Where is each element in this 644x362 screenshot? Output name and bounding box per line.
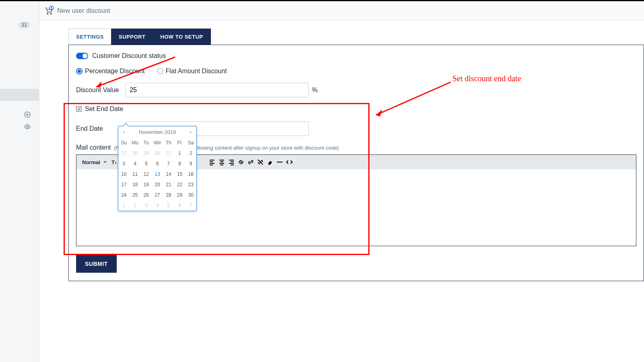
- eye-icon[interactable]: [24, 123, 31, 131]
- left-sidebar: 11: [0, 1, 39, 362]
- plus-circle-icon[interactable]: [24, 111, 31, 119]
- datepicker: ‹ November 2019 › SuMoTuWeThFrSa27282930…: [118, 126, 197, 211]
- cart-icon: [44, 6, 53, 15]
- datepicker-day[interactable]: 18: [130, 179, 141, 190]
- datepicker-day[interactable]: 3: [118, 158, 130, 169]
- svg-point-1: [27, 126, 28, 128]
- status-toggle[interactable]: [76, 53, 88, 59]
- datepicker-day[interactable]: 23: [185, 179, 196, 190]
- datepicker-day[interactable]: 20: [152, 179, 163, 190]
- datepicker-day[interactable]: 29: [174, 190, 186, 200]
- sidebar-badge: 11: [19, 21, 30, 29]
- discount-value-label: Discount Value: [76, 86, 125, 94]
- radio-percentage-label: Percentage Discount: [85, 68, 145, 75]
- datepicker-day[interactable]: 27: [152, 190, 163, 200]
- datepicker-day[interactable]: 15: [174, 169, 186, 179]
- settings-panel: Customer Discount status Percentage Disc…: [68, 45, 644, 281]
- datepicker-next[interactable]: ›: [188, 129, 193, 135]
- sidebar-item-active[interactable]: [0, 89, 39, 101]
- tab-support[interactable]: SUPPORT: [111, 29, 153, 45]
- datepicker-day[interactable]: 14: [163, 169, 174, 179]
- page-header: New user discount: [39, 1, 644, 21]
- svg-text:T: T: [115, 161, 117, 165]
- page-title: New user discount: [57, 7, 110, 14]
- datepicker-day[interactable]: 9: [185, 158, 196, 169]
- datepicker-day[interactable]: 28: [130, 148, 141, 158]
- datepicker-day[interactable]: 7: [163, 158, 174, 169]
- datepicker-day[interactable]: 30: [185, 190, 196, 200]
- datepicker-day[interactable]: 4: [152, 200, 163, 211]
- datepicker-prev[interactable]: ‹: [122, 129, 127, 135]
- datepicker-day[interactable]: 25: [130, 190, 141, 200]
- align-left-icon[interactable]: [208, 158, 216, 166]
- svg-point-2: [47, 13, 48, 14]
- datepicker-dow: Fr: [174, 138, 186, 148]
- datepicker-day[interactable]: 5: [140, 158, 152, 169]
- link-icon[interactable]: [247, 158, 255, 166]
- datepicker-day[interactable]: 21: [163, 179, 174, 190]
- submit-button[interactable]: SUBMIT: [76, 255, 117, 273]
- radio-percentage[interactable]: [76, 68, 83, 74]
- datepicker-day[interactable]: 26: [140, 190, 152, 200]
- datepicker-dow: Th: [163, 138, 174, 148]
- datepicker-dow: Sa: [185, 138, 196, 148]
- datepicker-day[interactable]: 2: [185, 148, 196, 158]
- datepicker-day[interactable]: 17: [118, 179, 130, 190]
- datepicker-day[interactable]: 7: [185, 200, 196, 211]
- datepicker-day[interactable]: 31: [163, 148, 174, 158]
- svg-rect-10: [238, 162, 244, 162]
- datepicker-day[interactable]: 28: [163, 190, 174, 200]
- unlink-icon[interactable]: [256, 158, 264, 166]
- datepicker-grid: SuMoTuWeThFrSa27282930311234567891011121…: [118, 138, 196, 211]
- datepicker-day[interactable]: 30: [152, 148, 163, 158]
- tabs: SETTINGS SUPPORT HOW TO SETUP: [68, 29, 644, 45]
- align-right-icon[interactable]: [227, 158, 235, 166]
- set-end-date-checkbox[interactable]: [76, 106, 82, 112]
- datepicker-day[interactable]: 24: [118, 190, 130, 200]
- horizontal-rule-icon[interactable]: [276, 158, 284, 166]
- main-panel: New user discount SETTINGS SUPPORT HOW T…: [39, 1, 644, 362]
- status-label: Customer Discount status: [92, 52, 166, 60]
- radio-flat[interactable]: [157, 68, 163, 74]
- datepicker-day[interactable]: 12: [140, 169, 152, 179]
- annotation-end-date-text: Set discount end date: [452, 74, 521, 83]
- discount-unit: %: [312, 86, 318, 94]
- strikethrough-icon[interactable]: S: [237, 158, 245, 166]
- datepicker-day[interactable]: 27: [118, 148, 130, 158]
- datepicker-dow: Tu: [140, 138, 152, 148]
- tab-how-to-setup[interactable]: HOW TO SETUP: [153, 29, 211, 45]
- discount-value-input[interactable]: [125, 83, 309, 97]
- datepicker-day[interactable]: 2: [130, 200, 141, 211]
- datepicker-day[interactable]: 4: [130, 158, 141, 169]
- mail-content-label: Mail content: [76, 144, 111, 151]
- datepicker-day[interactable]: 1: [118, 200, 130, 211]
- datepicker-dow: Mo: [130, 138, 141, 148]
- datepicker-day[interactable]: 6: [152, 158, 163, 169]
- tab-settings[interactable]: SETTINGS: [68, 29, 111, 45]
- datepicker-day[interactable]: 6: [174, 200, 186, 211]
- datepicker-dow: We: [152, 138, 163, 148]
- datepicker-day[interactable]: 10: [118, 169, 130, 179]
- svg-text:T: T: [111, 159, 115, 165]
- datepicker-day[interactable]: 1: [174, 148, 186, 158]
- eraser-icon[interactable]: [266, 158, 274, 166]
- datepicker-day[interactable]: 13: [152, 169, 163, 179]
- text-size-icon[interactable]: TT: [111, 158, 119, 166]
- datepicker-day[interactable]: 22: [174, 179, 186, 190]
- set-end-date-label: Set End Date: [85, 105, 123, 113]
- svg-point-3: [50, 13, 52, 14]
- radio-flat-label: Flat Amount Discount: [166, 68, 227, 75]
- datepicker-day[interactable]: 3: [140, 200, 152, 211]
- editor-font-size-dropdown[interactable]: Normal: [79, 158, 109, 167]
- datepicker-day[interactable]: 11: [130, 169, 141, 179]
- datepicker-day[interactable]: 19: [140, 179, 152, 190]
- datepicker-day[interactable]: 8: [174, 158, 186, 169]
- datepicker-day[interactable]: 5: [163, 200, 174, 211]
- datepicker-day[interactable]: 29: [140, 148, 152, 158]
- datepicker-title[interactable]: November 2019: [139, 129, 176, 135]
- code-icon[interactable]: [285, 158, 293, 166]
- datepicker-dow: Su: [118, 138, 130, 148]
- align-center-icon[interactable]: [218, 158, 226, 166]
- datepicker-day[interactable]: 16: [185, 169, 196, 179]
